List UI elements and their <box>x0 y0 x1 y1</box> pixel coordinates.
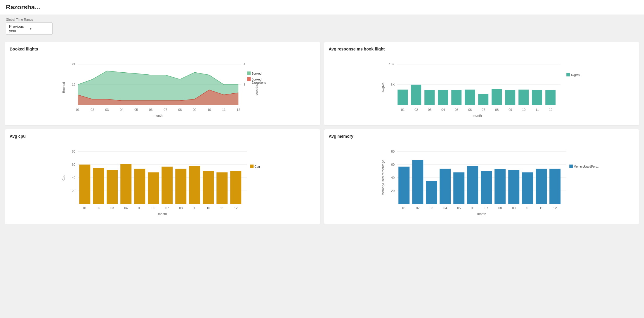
svg-text:Booked: Booked <box>251 72 261 75</box>
top-controls: Global Time Range Previous year ▼ <box>0 15 644 38</box>
dropdown-arrow-icon: ▼ <box>29 27 49 30</box>
svg-text:12: 12 <box>553 206 557 210</box>
svg-text:07: 07 <box>485 206 488 210</box>
svg-text:05: 05 <box>134 108 138 111</box>
avg-response-card: Avg response ms book flight 10K 5K AvgMs <box>324 42 640 125</box>
svg-rect-107 <box>412 160 423 204</box>
svg-rect-71 <box>93 168 104 204</box>
time-range-dropdown[interactable]: Previous year ▼ <box>6 22 53 35</box>
svg-text:60: 60 <box>72 163 75 166</box>
svg-rect-115 <box>522 172 533 204</box>
svg-text:05: 05 <box>138 206 141 210</box>
avg-memory-chart: 80 60 40 20 MemoryUsedPercentage <box>329 143 635 219</box>
svg-text:08: 08 <box>178 108 182 111</box>
svg-text:10: 10 <box>522 108 525 111</box>
svg-text:Booked: Booked <box>62 82 65 93</box>
svg-text:MemoryUsedPerc...: MemoryUsedPerc... <box>574 165 599 168</box>
svg-rect-109 <box>440 169 451 204</box>
svg-text:10: 10 <box>526 206 529 210</box>
svg-rect-37 <box>438 90 448 105</box>
svg-rect-108 <box>426 181 437 204</box>
avg-memory-title: Avg memory <box>329 134 635 139</box>
svg-text:MemoryUsedPercentage: MemoryUsedPercentage <box>381 160 385 195</box>
booked-flights-chart: 24 12 4 3 Booked Exceptions 0 <box>10 55 315 120</box>
svg-text:80: 80 <box>391 150 395 153</box>
svg-rect-43 <box>518 90 529 105</box>
svg-rect-35 <box>411 85 421 105</box>
svg-text:4: 4 <box>244 62 245 66</box>
svg-rect-78 <box>189 166 200 204</box>
booked-flights-title: Booked flights <box>10 47 315 51</box>
svg-text:month: month <box>154 114 163 117</box>
svg-text:01: 01 <box>76 108 79 111</box>
svg-rect-36 <box>424 90 435 105</box>
svg-text:04: 04 <box>441 108 445 111</box>
svg-text:12: 12 <box>549 108 552 111</box>
svg-text:20: 20 <box>391 189 395 193</box>
svg-text:02: 02 <box>97 206 100 210</box>
svg-text:07: 07 <box>165 206 169 210</box>
svg-text:11: 11 <box>220 206 224 210</box>
svg-rect-111 <box>467 166 478 204</box>
svg-rect-113 <box>494 169 506 204</box>
svg-text:03: 03 <box>430 206 433 210</box>
svg-rect-131 <box>569 165 573 168</box>
svg-text:60: 60 <box>391 163 395 166</box>
svg-rect-70 <box>79 165 90 204</box>
svg-text:11: 11 <box>222 108 225 111</box>
svg-text:05: 05 <box>457 206 461 210</box>
dashboard-grid: Booked flights 24 12 4 3 Booked Exceptio… <box>0 38 644 228</box>
svg-rect-110 <box>453 172 464 204</box>
svg-text:07: 07 <box>482 108 485 111</box>
svg-text:Booked: Booked <box>251 78 261 81</box>
app-header: Razorsha... <box>0 0 644 15</box>
svg-rect-73 <box>120 164 131 204</box>
svg-text:month: month <box>158 212 167 216</box>
svg-text:01: 01 <box>401 108 405 111</box>
svg-rect-114 <box>508 170 519 204</box>
svg-rect-116 <box>536 169 547 204</box>
svg-text:5K: 5K <box>390 83 395 86</box>
svg-text:01: 01 <box>402 206 406 210</box>
svg-text:10: 10 <box>206 206 210 210</box>
svg-rect-112 <box>481 171 492 204</box>
svg-rect-76 <box>162 167 173 204</box>
svg-text:3: 3 <box>244 83 245 86</box>
svg-rect-26 <box>247 77 251 81</box>
svg-text:40: 40 <box>72 176 75 179</box>
svg-text:20: 20 <box>72 189 75 193</box>
app-title: Razorsha... <box>6 4 638 11</box>
avg-cpu-chart: 80 60 40 20 Cpu <box>10 143 315 219</box>
svg-text:12: 12 <box>72 83 75 86</box>
svg-rect-45 <box>545 90 556 105</box>
avg-cpu-card: Avg cpu 80 60 40 20 Cpu <box>5 129 320 224</box>
svg-text:24: 24 <box>72 62 75 66</box>
svg-text:month: month <box>473 114 482 117</box>
svg-text:07: 07 <box>164 108 167 111</box>
svg-text:Exceptions: Exceptions <box>251 81 266 84</box>
time-range-value: Previous year <box>9 24 29 33</box>
svg-rect-72 <box>107 170 118 204</box>
svg-text:05: 05 <box>455 108 458 111</box>
svg-text:08: 08 <box>498 206 502 210</box>
svg-text:06: 06 <box>471 206 474 210</box>
svg-text:09: 09 <box>512 206 515 210</box>
svg-text:month: month <box>477 212 486 216</box>
svg-rect-40 <box>478 94 488 105</box>
svg-rect-38 <box>451 90 461 105</box>
svg-text:11: 11 <box>535 108 539 111</box>
svg-text:40: 40 <box>391 176 395 179</box>
svg-text:04: 04 <box>443 206 447 210</box>
svg-text:10: 10 <box>207 108 211 111</box>
svg-text:06: 06 <box>152 206 155 210</box>
svg-rect-81 <box>230 171 241 204</box>
svg-text:02: 02 <box>414 108 418 111</box>
svg-rect-44 <box>532 90 542 105</box>
svg-text:12: 12 <box>234 206 237 210</box>
svg-text:06: 06 <box>149 108 152 111</box>
avg-cpu-title: Avg cpu <box>10 134 315 139</box>
svg-text:Cpu: Cpu <box>254 165 260 168</box>
svg-rect-80 <box>216 172 228 204</box>
svg-rect-39 <box>465 90 475 105</box>
svg-rect-117 <box>549 169 560 204</box>
